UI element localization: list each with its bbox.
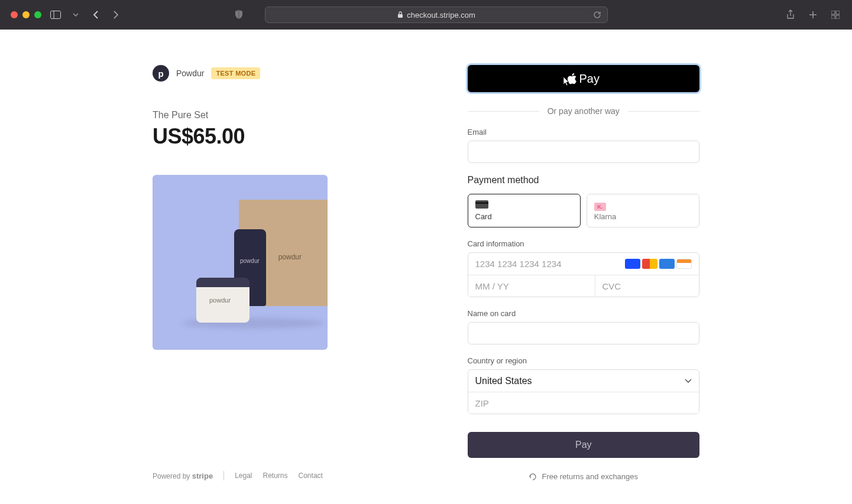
merchant-logo: p: [153, 65, 169, 82]
pay-button[interactable]: Pay: [468, 432, 700, 458]
product-image: powdur powdur powdur: [153, 175, 328, 350]
svg-rect-2: [398, 14, 403, 18]
country-value: United States: [475, 376, 532, 386]
footer-link-legal[interactable]: Legal: [235, 472, 252, 480]
card-number-input[interactable]: [475, 259, 626, 269]
close-window-button[interactable]: [11, 11, 18, 18]
footer: Powered by stripe Legal Returns Contact: [153, 471, 373, 480]
browser-chrome: checkout.stripe.com: [0, 0, 852, 30]
share-icon[interactable]: [785, 9, 796, 21]
powered-by-text: Powered by stripe: [153, 472, 213, 480]
refresh-icon[interactable]: [593, 11, 601, 19]
return-icon: [529, 473, 537, 481]
svg-rect-8: [475, 202, 488, 204]
svg-rect-3: [831, 11, 835, 14]
name-on-card-label: Name on card: [468, 309, 700, 318]
card-expiry-input[interactable]: [468, 275, 595, 297]
merchant-name: Powdur: [176, 69, 204, 78]
svg-rect-6: [836, 15, 840, 19]
svg-rect-7: [475, 200, 488, 209]
footer-link-returns[interactable]: Returns: [263, 472, 288, 480]
visa-icon: [625, 259, 640, 269]
apple-pay-label: Pay: [579, 72, 600, 86]
discover-icon: [676, 259, 692, 269]
test-mode-badge: TEST MODE: [211, 67, 260, 79]
separator-text: Or pay another way: [468, 106, 700, 116]
product-name: The Pure Set: [153, 110, 373, 121]
svg-rect-5: [831, 15, 835, 19]
forward-button[interactable]: [110, 9, 122, 21]
payment-method-card[interactable]: Card: [468, 194, 581, 227]
klarna-icon: K.: [594, 200, 607, 209]
name-on-card-input[interactable]: [468, 322, 700, 344]
svg-rect-0: [51, 11, 61, 19]
product-price: US$65.00: [153, 124, 373, 149]
lock-icon: [397, 11, 403, 18]
chevron-down-icon: [685, 379, 692, 383]
mastercard-icon: [642, 259, 657, 269]
country-select[interactable]: United States: [468, 370, 699, 392]
card-cvc-input[interactable]: [595, 275, 700, 297]
apple-pay-button[interactable]: Pay: [468, 65, 700, 92]
window-controls: [11, 11, 41, 18]
shield-icon[interactable]: [233, 9, 245, 21]
email-input[interactable]: [468, 141, 700, 163]
footer-link-contact[interactable]: Contact: [299, 472, 323, 480]
minimize-window-button[interactable]: [22, 11, 30, 18]
tabs-overview-icon[interactable]: [830, 9, 841, 21]
payment-form-panel: Pay Or pay another way Email Payment met…: [426, 30, 853, 504]
new-tab-icon[interactable]: [807, 9, 819, 21]
return-policy: Free returns and exchanges: [468, 472, 700, 481]
maximize-window-button[interactable]: [34, 11, 41, 18]
chevron-down-icon[interactable]: [70, 9, 82, 21]
email-label: Email: [468, 128, 700, 136]
amex-icon: [659, 259, 675, 269]
zip-input[interactable]: [468, 392, 699, 414]
cursor-icon: [560, 76, 571, 89]
card-info-label: Card information: [468, 239, 700, 248]
address-bar[interactable]: checkout.stripe.com: [265, 6, 608, 23]
sidebar-icon[interactable]: [50, 9, 61, 21]
back-button[interactable]: [90, 9, 102, 21]
svg-rect-4: [836, 11, 840, 14]
country-label: Country or region: [468, 356, 700, 365]
card-brand-icons: [625, 259, 692, 269]
card-icon: [475, 200, 488, 209]
payment-method-klarna[interactable]: K. Klarna: [587, 194, 699, 227]
order-summary-panel: p Powdur TEST MODE The Pure Set US$65.00…: [0, 30, 426, 504]
url-text: checkout.stripe.com: [407, 11, 475, 19]
payment-method-label: Payment method: [468, 175, 700, 186]
